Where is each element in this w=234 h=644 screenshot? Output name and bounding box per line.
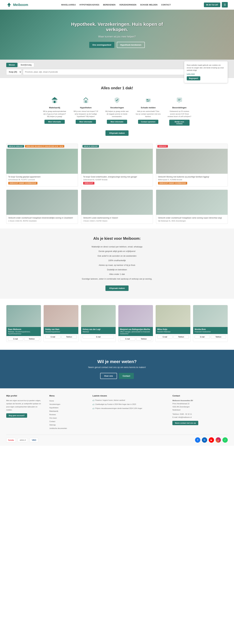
service-btn-makelaardij[interactable]: Meer informatie [44, 120, 65, 124]
team-phone-daan[interactable]: Telefoon [24, 337, 39, 340]
nav-verzekeringen[interactable]: VERZEKERINGEN [119, 4, 137, 6]
why-appointment-btn[interactable]: Afspraak maken [105, 286, 129, 291]
team-email-monika[interactable]: E-mail [195, 335, 210, 338]
why-title: Als je kiest voor Meiboom: [6, 236, 228, 241]
team-phone-debby[interactable]: Telefoon [61, 335, 77, 338]
appointment-button[interactable]: Afspraak maken [105, 130, 129, 136]
tab-wonen[interactable]: Wonen [6, 63, 17, 67]
footer-col3-title: Laatste nieuws [92, 394, 166, 397]
service-btn-verzekeringen[interactable]: Meer informatie [107, 120, 127, 124]
social-whatsapp[interactable]: ✓ [223, 437, 228, 443]
team-card-kelsey: Kelsey van der Logt Makelaar E-mail [81, 305, 116, 342]
property-addr-4: 1 Hoven 1Veld 35, 4037EI IJsselstein [8, 220, 76, 222]
menu-button[interactable]: ☰ [222, 2, 228, 8]
footer-addr: Prins Hendrikstraat 224181 AN Zevenberge… [172, 402, 228, 412]
hypotheken-icon: % [81, 96, 90, 104]
social-facebook[interactable]: f [195, 437, 200, 443]
tab-bedrijfsmatig[interactable]: Bedrijfsmatig [18, 63, 34, 67]
svg-marker-3 [51, 97, 58, 100]
team-phone-milou[interactable]: Telefoon [174, 335, 189, 338]
why-item-4: 100% onafhankelijk [6, 258, 228, 263]
nav-makelaardij[interactable]: MAKELAARDIJ [61, 4, 76, 6]
hero-buttons: Ons woningaanbod Hypotheek berekenen [65, 42, 169, 48]
team-email-margreet[interactable]: E-mail [120, 337, 135, 340]
cta-btn-contact[interactable]: Contact [119, 373, 134, 379]
team-photo-kelsey [81, 305, 116, 327]
service-btn-schade[interactable]: Contact opnemen [138, 120, 158, 124]
team-phone-margreet[interactable]: Telefoon [136, 337, 152, 340]
team-role-monika: Financieel medewerker [195, 331, 226, 333]
footer-col1-desc: Met een eigen account kun je panden volg… [6, 399, 43, 412]
nav-schade-melden[interactable]: SCHADE MELDEN [140, 4, 157, 6]
service-btn-beoordelingen[interactable]: Bekijk onze reviews [169, 120, 190, 126]
badge-sold-3: VERKOCHT [157, 145, 168, 148]
footer-menu-ons-team[interactable]: Ons team [49, 416, 86, 420]
news-icon-3: 🏷 [92, 408, 94, 410]
hero-section: Hypotheek. Verzekeringen. Huis kopen of … [0, 10, 234, 60]
property-addr-2: Julianstraat 60, 4145AP Ameide [83, 179, 151, 180]
footer-account-btn[interactable]: Nog geen account? [6, 413, 27, 418]
nav-berekenen[interactable]: BEREKENEN [103, 4, 116, 6]
why-item-1: Makkelijk en direct contact per telefoon… [6, 244, 228, 249]
team-name-debby: Debby van Ham [45, 328, 77, 330]
team-email-kelsey[interactable]: E-mail [83, 335, 114, 338]
service-desc-verzekeringen: Wij helpen je graag verder aan de laagst… [105, 110, 129, 118]
social-linkedin[interactable]: in [202, 437, 207, 443]
cookie-accept-button[interactable]: Begrepen! [187, 76, 200, 80]
social-instagram[interactable]: ◎ [216, 437, 221, 443]
team-phone-monika[interactable]: Telefoon [211, 335, 226, 338]
team-email-milou[interactable]: E-mail [157, 335, 173, 338]
svg-text:%: % [85, 101, 87, 103]
footer-menu-juridisch[interactable]: Juridische documenten [49, 426, 86, 430]
logo-icon [6, 2, 12, 8]
service-btn-hypotheken[interactable]: Meer informatie [76, 120, 96, 124]
search-type-select[interactable]: Koop (26) [6, 69, 22, 75]
footer-contact-btn[interactable]: Neem contact met ons op [172, 421, 198, 425]
team-actions-debby: E-mail Telefoon [44, 334, 78, 340]
news-text-3: Prijzen nieuwbouwwoningen derde kwartaal… [95, 407, 142, 410]
nav-hypotheekadvies[interactable]: HYPOTHEEKADVIES [80, 4, 99, 6]
why-item-8: Gunstige tarieven, zeker in combinatie m… [6, 276, 228, 281]
property-status-2: VERKOCHT [83, 182, 151, 184]
property-desc-5: Verkocht! Leuke starterswoning in Vianen… [83, 217, 151, 219]
team-card-daan: Daan Meiboom Makelaar, Verzekeringsadvis… [6, 305, 41, 342]
news-icon-2: 🏷 [92, 404, 94, 406]
property-addr-5: t Hoven 1Veld 3, 4137EI Vianen [83, 220, 151, 222]
social-youtube[interactable]: ▶ [209, 437, 214, 443]
hero-btn-hypotheek[interactable]: Hypotheek berekenen [117, 42, 145, 48]
property-desc-1: Te koop! Gunstig geprijsd appartement [8, 176, 76, 178]
property-card-3: VERKOCHT Verkocht! Woning met buitennis … [156, 144, 228, 187]
footer-menu-verzekeringen[interactable]: Verzekeringen [49, 402, 86, 406]
team-info-kelsey: Kelsey van der Logt Makelaar [81, 327, 116, 334]
footer-menu-makelaardij[interactable]: Makelaardij [49, 410, 86, 413]
property-image-3 [156, 149, 228, 174]
team-actions-margreet: E-mail Telefoon [118, 336, 153, 342]
sold-under-badge-3: VERKOCHT ONDER VOORBEHOUD [158, 182, 187, 184]
logo[interactable]: Meiboom [6, 2, 28, 8]
footer-menu-hypotheken[interactable]: Hypotheken [49, 406, 86, 410]
news-item-1: 🏷 Pararius: hogere huren, kleiner aanbod [92, 399, 166, 402]
service-verzekeringen: Verzekeringen Wij helpen je graag verder… [105, 96, 129, 126]
team-email-daan[interactable]: E-mail [8, 337, 23, 340]
phone-button[interactable]: 06 26 714 147 [204, 2, 220, 7]
hero-btn-woningaanbod[interactable]: Ons woningaanbod [89, 42, 114, 48]
team-name-margreet: Margreet van Ballegooijen-Martha [120, 328, 151, 330]
search-input[interactable] [23, 69, 193, 75]
footer-col2-title: Menu [49, 394, 86, 397]
property-desc-3: Verkocht! Woning met buitennis op pracht… [158, 176, 226, 178]
service-name-beoordelingen: Beoordelingen [167, 106, 192, 109]
hero-subtitle: Waar kunnen wij jou mee helpen? [65, 35, 169, 38]
cookie-link[interactable]: Lees meer [187, 73, 225, 75]
service-beoordelingen: Beoordelingen Gebaseerd op 53 reviews sc… [167, 96, 192, 126]
team-photo-daan [6, 305, 41, 327]
footer-email: E-mail: info@meiboom.nl [172, 416, 228, 419]
service-schade: Schade melden Heb je een autoschade? Dan… [136, 96, 161, 126]
footer-menu-reviews[interactable]: Reviews [49, 413, 86, 416]
team-email-debby[interactable]: E-mail [45, 335, 60, 338]
footer-menu-contact[interactable]: Contact [49, 420, 86, 423]
nav-contact[interactable]: CONTACT [161, 4, 171, 6]
footer-menu-home[interactable]: Home [49, 399, 86, 402]
cta-btn-over-ons[interactable]: Over ons [100, 373, 117, 379]
service-desc-hypotheken: Wil je een nieuw huis kopen? Of wil je b… [73, 110, 98, 118]
footer-menu-sitemap[interactable]: Sitemap [49, 423, 86, 426]
